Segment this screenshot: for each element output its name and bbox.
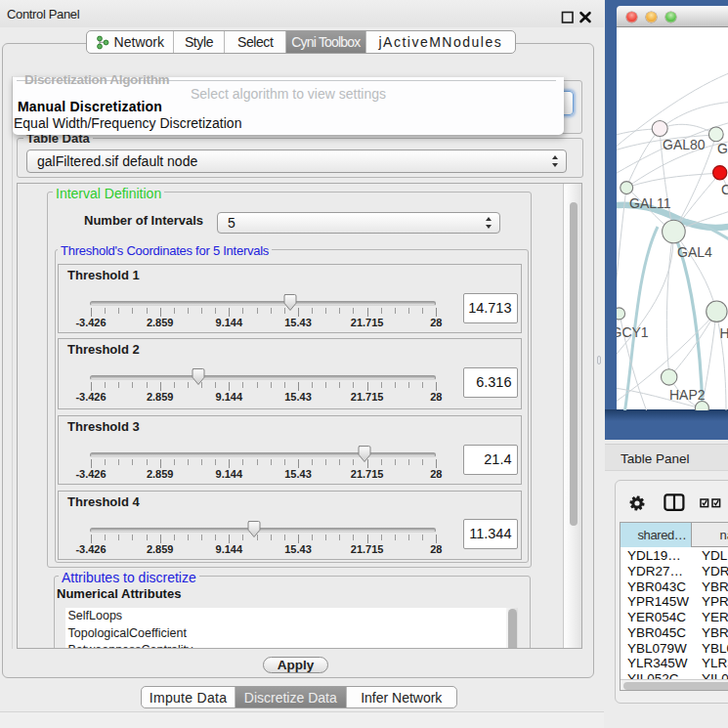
svg-text:GAL80: GAL80 <box>663 136 706 151</box>
svg-text:GAL3: GAL3 <box>717 141 728 156</box>
svg-text:HAP2: HAP2 <box>669 386 706 402</box>
svg-text:C: C <box>721 181 728 196</box>
svg-text:GCY1: GCY1 <box>617 324 649 340</box>
svg-text:GAL11: GAL11 <box>629 194 671 210</box>
svg-text:GAL4: GAL4 <box>677 244 712 260</box>
svg-text:HIS: HIS <box>720 325 728 341</box>
